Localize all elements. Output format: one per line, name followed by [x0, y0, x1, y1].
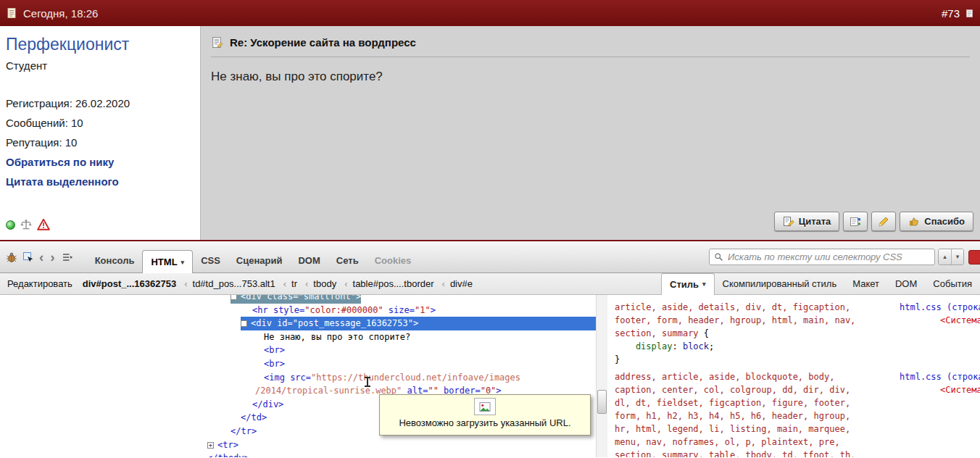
firebug-content: -<div class="smallfont"><hr style="color… — [0, 295, 980, 457]
quote-selected-link[interactable]: Цитата выделенного — [6, 172, 193, 191]
user-stat-registration: Регистрация: 26.02.2020 — [6, 93, 193, 113]
css-origin-label: <Система> — [940, 383, 980, 396]
css-source-link[interactable]: html.css (строка 1) — [900, 370, 980, 383]
tab-layout[interactable]: Макет — [844, 273, 887, 294]
thumbs-up-icon — [908, 216, 920, 228]
search-box[interactable] — [709, 249, 935, 265]
search-input[interactable] — [728, 251, 930, 262]
quick-edit-button[interactable] — [871, 212, 896, 231]
tab-net[interactable]: Сеть — [328, 250, 367, 272]
tab-cookies[interactable]: Cookies — [367, 250, 420, 272]
firebug-tab-strip: Консоль HTML▾ CSS Сценарий DOM Сеть Cook… — [87, 250, 420, 272]
post-link-icon[interactable] — [965, 9, 974, 18]
firebug-panel: ‹ › Консоль HTML▾ CSS Сценарий DOM Сеть … — [0, 240, 980, 458]
user-stat-messages: Сообщений: 10 — [6, 113, 193, 133]
tab-dom[interactable]: DOM — [290, 250, 328, 272]
post-header: Сегодня, 18:26 #73 — [0, 0, 980, 26]
broken-image-icon — [474, 398, 496, 415]
expander-icon[interactable]: - — [241, 320, 247, 327]
breadcrumb-item[interactable]: td#td_pos...753.alt1 — [178, 278, 277, 289]
tree-node[interactable]: <br> — [264, 344, 596, 357]
side-tab-strip: Стиль▾ Скомпилированный стиль Макет DOM … — [661, 273, 980, 294]
thanks-button[interactable]: Спасибо — [900, 212, 973, 231]
online-status-icon — [6, 220, 15, 230]
css-origin-label: <Система> — [940, 314, 980, 327]
breadcrumb-item[interactable]: table#pos....tborder — [338, 278, 435, 289]
post-time: Сегодня, 18:26 — [23, 7, 98, 20]
firebug-toolbar: ‹ › Консоль HTML▾ CSS Сценарий DOM Сеть … — [0, 241, 980, 273]
tree-node[interactable]: +<tr> — [207, 438, 596, 452]
thanks-button-label: Спасибо — [924, 216, 965, 227]
tab-style[interactable]: Стиль▾ — [661, 273, 715, 295]
css-rules: article, aside, details, div, dt, figcap… — [615, 301, 980, 457]
tree-node[interactable]: Не знаю, вы про это спорите? — [264, 330, 596, 344]
username-link[interactable]: Перфекционист — [6, 35, 193, 54]
html-panel: -<div class="smallfont"><hr style="color… — [0, 295, 596, 457]
post-body-text: Не знаю, вы про это спорите? — [211, 70, 973, 84]
back-icon[interactable]: ‹ — [39, 251, 43, 263]
multiquote-icon — [850, 216, 861, 228]
breadcrumb-item-selected[interactable]: div#post_...16362753 — [81, 278, 178, 289]
tree-node[interactable]: <br> — [264, 357, 596, 371]
forward-icon[interactable]: › — [50, 251, 54, 263]
breadcrumb: div#post_...16362753 td#td_pos...753.alt… — [81, 273, 661, 294]
quote-button-label: Цитата — [799, 216, 831, 227]
css-rule: article, aside, details, div, dt, figcap… — [615, 301, 980, 366]
tab-console[interactable]: Консоль — [87, 250, 143, 272]
css-selector: address, article, aside, blockquote, bod… — [615, 372, 855, 457]
tooltip-text: Невозможно загрузить указанный URL. — [380, 417, 590, 428]
css-source-link[interactable]: html.css (строка 1) — [900, 301, 980, 314]
tab-dom-side[interactable]: DOM — [887, 273, 925, 294]
text-cursor — [367, 377, 368, 387]
user-title: Студент — [6, 59, 193, 72]
breadcrumb-item[interactable]: tbody — [299, 278, 338, 289]
scrollbar-thumb[interactable] — [597, 390, 607, 414]
chevron-down-icon: ▾ — [702, 274, 706, 295]
fb-edit-button[interactable]: Редактировать — [0, 278, 81, 289]
css-property[interactable]: display: block; — [615, 340, 861, 353]
user-panel: Перфекционист Студент Регистрация: 26.02… — [0, 26, 201, 240]
tab-script[interactable]: Сценарий — [228, 250, 291, 272]
tree-node[interactable]: </tbody> — [207, 451, 596, 457]
tab-computed-style[interactable]: Скомпилированный стиль — [715, 273, 845, 294]
post-status-icon — [6, 7, 17, 19]
inspect-element-icon[interactable] — [22, 251, 34, 263]
css-rule: address, article, aside, blockquote, bod… — [615, 370, 980, 457]
screenshot-root: Сегодня, 18:26 #73 Перфекционист Студент… — [0, 0, 980, 458]
contact-by-nick-link[interactable]: Обратиться по нику — [6, 152, 193, 172]
expander-icon[interactable]: - — [231, 295, 237, 300]
tree-node[interactable]: -<div class="smallfont"> — [231, 295, 596, 304]
user-stat-reputation: Репутация: 10 — [6, 133, 193, 152]
edit-pencil-icon — [878, 216, 889, 228]
quote-button[interactable]: Цитата — [774, 212, 840, 231]
firebug-error-badge[interactable] — [968, 250, 980, 265]
quote-pencil-icon — [783, 216, 794, 228]
reputation-scales-icon[interactable] — [20, 218, 33, 231]
panel-list-icon[interactable] — [62, 251, 73, 263]
find-next-button[interactable]: ▾ — [951, 249, 963, 265]
tree-node[interactable]: <img src="https://thundercloud.net/infoa… — [264, 371, 596, 385]
expander-icon[interactable]: + — [207, 442, 214, 449]
post-title: Re: Ускорение сайта на вордпресс — [230, 36, 416, 49]
breadcrumb-item[interactable]: div#e — [436, 278, 474, 289]
tab-events[interactable]: События — [925, 273, 980, 294]
css-selector: article, aside, details, div, dt, figcap… — [615, 302, 855, 338]
message-panel: Re: Ускорение сайта на вордпресс Не знаю… — [201, 26, 980, 240]
tree-node[interactable]: -<div id="post_message_16362753"> — [241, 317, 596, 330]
post-number[interactable]: #73 — [942, 7, 960, 20]
post-body: Перфекционист Студент Регистрация: 26.02… — [0, 26, 980, 240]
vertical-scrollbar[interactable] — [596, 295, 607, 457]
firebug-icon[interactable] — [6, 251, 17, 263]
tree-node[interactable]: <hr style="color:#000000" size="1"> — [252, 304, 596, 317]
report-warning-icon[interactable] — [37, 218, 50, 231]
find-previous-button[interactable]: ▴ — [939, 249, 951, 265]
chevron-down-icon: ▾ — [181, 251, 185, 273]
tab-html[interactable]: HTML▾ — [142, 250, 193, 273]
style-panel: article, aside, details, div, dt, figcap… — [607, 295, 980, 457]
multiquote-button[interactable] — [843, 212, 868, 231]
search-icon — [714, 252, 723, 262]
post-divider — [211, 57, 970, 57]
breadcrumb-bar: Редактировать div#post_...16362753 td#td… — [0, 273, 980, 295]
tab-css[interactable]: CSS — [193, 250, 228, 272]
breadcrumb-item[interactable]: tr — [277, 278, 299, 289]
